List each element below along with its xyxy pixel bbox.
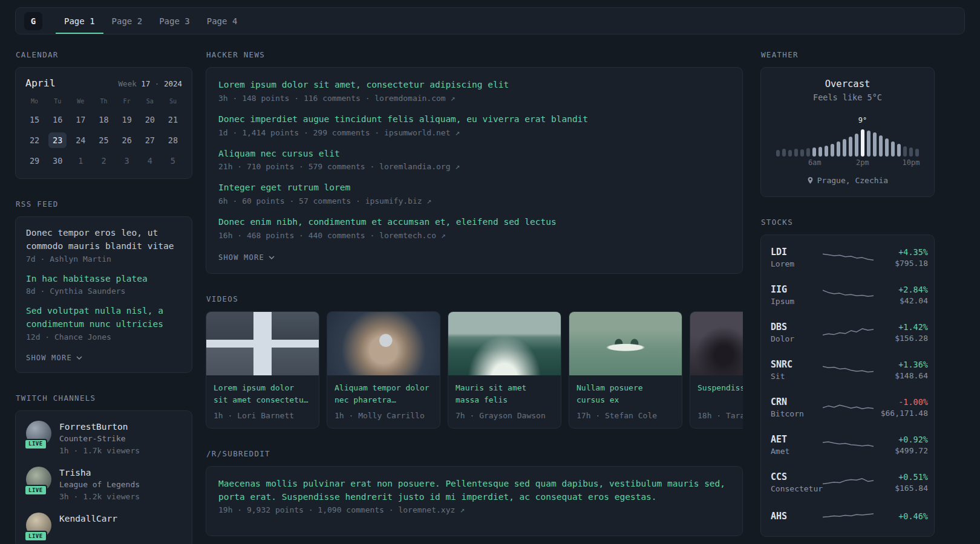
calendar-day[interactable]: 16: [46, 112, 69, 128]
calendar-day-next-month[interactable]: 3: [116, 153, 139, 169]
video-title[interactable]: Aliquam tempor dolor nec pharetra…: [335, 382, 433, 406]
calendar-day[interactable]: 20: [139, 112, 162, 128]
tab-page-4[interactable]: Page 4: [198, 8, 246, 34]
stock-values: +1.42% $156.28: [874, 322, 928, 343]
video-card[interactable]: Suspendisse diam 18h · Tara: [690, 311, 743, 429]
calendar-day[interactable]: 18: [92, 112, 115, 128]
calendar-day-next-month[interactable]: 2: [92, 153, 115, 169]
hn-show-more-button[interactable]: SHOW MORE: [218, 253, 275, 262]
video-card[interactable]: Mauris sit amet massa felis 7h · Grayson…: [448, 311, 561, 429]
story-item: Donec imperdiet augue tincidunt felis al…: [218, 113, 730, 137]
channel-name[interactable]: KendallCarr: [59, 513, 117, 525]
calendar-day[interactable]: 21: [162, 112, 185, 128]
calendar-head: April Week 17 · 2024: [16, 68, 192, 92]
story-meta: 16h · 468 points · 440 comments · loremt…: [218, 231, 730, 240]
stock-name: Bitcorn: [771, 409, 823, 418]
rss-item-link[interactable]: Donec tempor eros leo, ut commodo mauris…: [26, 227, 181, 253]
tab-page-3[interactable]: Page 3: [151, 8, 198, 34]
rss-header: RSS FEED: [16, 199, 192, 209]
stock-symbol: CCS: [771, 471, 823, 482]
twitch-channel-row[interactable]: LIVE Trisha League of Legends 3h · 1.2k …: [26, 467, 181, 502]
video-meta: 7h · Grayson Dawson: [456, 411, 554, 420]
video-title[interactable]: Mauris sit amet massa felis: [456, 382, 554, 406]
reddit-post-link[interactable]: Maecenas mollis pulvinar erat non posuer…: [218, 478, 730, 504]
video-card[interactable]: Aliquam tempor dolor nec pharetra… 1h · …: [327, 311, 440, 429]
calendar-day-next-month[interactable]: 1: [69, 153, 92, 169]
stock-id: LDI Lorem: [771, 247, 823, 268]
stock-name: Sit: [771, 372, 823, 381]
channel-name[interactable]: ForrestBurton: [59, 421, 140, 433]
stock-values: +0.51% $165.84: [874, 472, 928, 493]
location-pin-icon: [807, 176, 814, 184]
calendar-day[interactable]: 28: [162, 132, 185, 148]
video-title[interactable]: Lorem ipsum dolor sit amet consectetu…: [214, 382, 312, 406]
calendar-day[interactable]: 30: [46, 153, 69, 169]
stock-id: CCS Consectetur: [771, 471, 823, 493]
video-card[interactable]: Nullam posuere cursus ex 17h · Stefan Co…: [569, 311, 682, 429]
video-thumbnail: [448, 312, 561, 375]
stock-price: $165.84: [874, 484, 928, 493]
video-title[interactable]: Nullam posuere cursus ex: [577, 382, 675, 406]
video-title[interactable]: Suspendisse diam: [697, 382, 743, 406]
story-link[interactable]: Integer eget rutrum lorem: [218, 181, 730, 195]
stock-values: +0.92% $499.72: [874, 435, 928, 455]
rss-widget: RSS FEED Donec tempor eros leo, ut commo…: [15, 199, 192, 373]
rss-show-more-button[interactable]: SHOW MORE: [26, 354, 82, 362]
twitch-channel-row[interactable]: LIVE KendallCarr: [26, 513, 181, 538]
calendar-day[interactable]: 25: [92, 132, 115, 148]
stock-id: SNRC Sit: [771, 359, 823, 381]
calendar-day[interactable]: 17: [69, 112, 92, 128]
tab-page-1[interactable]: Page 1: [56, 8, 103, 34]
stock-change: +4.35%: [874, 247, 928, 257]
calendar-week-label: Week: [119, 79, 137, 88]
calendar-day-next-month[interactable]: 5: [162, 153, 185, 169]
twitch-channel-row[interactable]: LIVE ForrestBurton Counter-Strike 1h · 1…: [26, 421, 181, 456]
weather-location: Prague, Czechia: [807, 176, 888, 185]
stock-price: $148.64: [874, 371, 928, 380]
calendar-day[interactable]: 19: [116, 112, 139, 128]
calendar-card: April Week 17 · 2024 Mo Tu We Th Fr Sa S…: [15, 67, 192, 179]
video-meta: 1h · Lori Barnett: [214, 411, 312, 420]
calendar-day[interactable]: 26: [116, 132, 139, 148]
channel-viewers: 1h · 1.7k viewers: [59, 445, 140, 457]
weather-location-label: Prague, Czechia: [817, 176, 888, 185]
calendar-dow: Sa: [139, 96, 162, 107]
calendar-day-selected[interactable]: 23: [48, 132, 67, 148]
calendar-day[interactable]: 29: [23, 153, 46, 169]
stock-sparkline: [823, 362, 874, 378]
stock-change: +1.42%: [874, 322, 928, 332]
channel-name[interactable]: Trisha: [59, 467, 140, 479]
story-link[interactable]: Donec enim nibh, condimentum et accumsan…: [218, 216, 730, 229]
stock-values: +1.36% $148.64: [874, 360, 928, 380]
stock-id: AET Amet: [771, 434, 823, 456]
page-tabs: Page 1 Page 2 Page 3 Page 4: [56, 8, 246, 34]
calendar-day[interactable]: 24: [69, 132, 92, 148]
story-link[interactable]: Aliquam nec cursus elit: [218, 147, 730, 161]
weather-card: Overcast Feels like 5°C 9° 6am2pm10pm Pr…: [760, 67, 935, 197]
tab-page-2[interactable]: Page 2: [103, 8, 151, 34]
stock-price: $66,171.48: [874, 409, 928, 418]
calendar-day-next-month[interactable]: 4: [139, 153, 162, 169]
story-link[interactable]: Lorem ipsum dolor sit amet, consectetur …: [218, 79, 730, 92]
calendar-day[interactable]: 15: [23, 112, 46, 128]
calendar-day[interactable]: 22: [23, 132, 46, 148]
stock-values: -1.00% $66,171.48: [874, 397, 928, 418]
calendar-week-year: Week 17 · 2024: [119, 79, 182, 88]
rss-item: Donec tempor eros leo, ut commodo mauris…: [26, 227, 181, 264]
story-link[interactable]: Donec imperdiet augue tincidunt felis al…: [218, 113, 730, 126]
videos-widget: VIDEOS Lorem ipsum dolor sit amet consec…: [206, 294, 743, 429]
calendar-year: 2024: [164, 79, 182, 88]
video-card[interactable]: Lorem ipsum dolor sit amet consectetu… 1…: [206, 311, 319, 429]
channel-avatar: LIVE: [26, 421, 51, 446]
weather-widget: WEATHER Overcast Feels like 5°C 9° 6am2p…: [760, 50, 935, 197]
rss-item-link[interactable]: Sed volutpat nulla nisl, a condimentum n…: [26, 305, 181, 331]
subreddit-card: Maecenas mollis pulvinar erat non posuer…: [206, 466, 743, 537]
middle-column: HACKER NEWS Lorem ipsum dolor sit amet, …: [206, 50, 743, 544]
hacker-news-header: HACKER NEWS: [206, 50, 743, 59]
rss-item-link[interactable]: In hac habitasse platea: [26, 273, 181, 286]
channel-info: KendallCarr: [59, 513, 117, 538]
stocks-card: LDI Lorem +4.35% $795.18 IIG Ipsum: [760, 235, 935, 537]
app-logo[interactable]: G: [24, 12, 42, 30]
calendar-day[interactable]: 27: [139, 132, 162, 148]
stock-id: IIG Ipsum: [771, 284, 823, 306]
